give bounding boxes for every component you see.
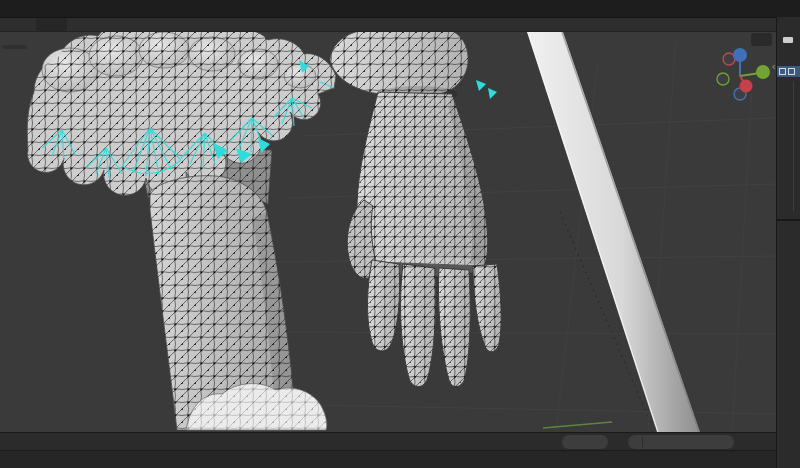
right-panel [776, 17, 800, 468]
blender-window: ‹ [0, 0, 800, 468]
outliner-collapsed[interactable] [777, 17, 800, 221]
topbar [0, 0, 800, 18]
edit-mode-icon [39, 18, 52, 31]
outliner-editor-type-button[interactable] [779, 19, 800, 32]
orientation-dropdown[interactable] [79, 18, 110, 31]
navigation-gizmo[interactable] [710, 45, 772, 103]
3d-scene[interactable] [0, 32, 776, 432]
auto-keying-button[interactable] [292, 435, 313, 449]
outliner-filter-icon[interactable] [783, 37, 793, 43]
gizmo-x[interactable] [740, 80, 753, 93]
frame-range-fields[interactable] [628, 435, 734, 449]
toolbar [2, 45, 27, 49]
editor-3d-viewport-icon [6, 18, 19, 31]
viewport-header [0, 17, 776, 32]
properties-collapsed[interactable] [777, 221, 800, 468]
scene-icon [769, 2, 782, 15]
use-preview-range-icon[interactable] [613, 435, 626, 449]
gizmo-z[interactable] [733, 48, 747, 62]
timeline-filter-button[interactable] [740, 435, 761, 449]
outliner-selected-row[interactable] [777, 66, 800, 77]
orientation-globe-icon [82, 18, 95, 31]
scene-selector[interactable] [769, 2, 794, 15]
blender-logo-icon[interactable] [4, 2, 25, 15]
mode-dropdown[interactable] [36, 18, 67, 31]
gizmo-minus-y[interactable] [717, 73, 729, 85]
3d-viewport[interactable]: ‹ [0, 32, 776, 432]
timeline-editor-type-button[interactable] [4, 435, 25, 449]
timeline-ruler[interactable] [0, 450, 776, 468]
outliner-chevron[interactable] [784, 49, 792, 60]
timeline-editor[interactable] [0, 432, 776, 451]
properties-tabs [777, 221, 800, 468]
current-frame-field[interactable] [562, 435, 608, 449]
outliner-tree-line [793, 81, 794, 211]
keying-set-button[interactable] [468, 435, 489, 449]
gizmo-y[interactable] [756, 65, 770, 79]
editor-type-button[interactable] [3, 18, 32, 31]
